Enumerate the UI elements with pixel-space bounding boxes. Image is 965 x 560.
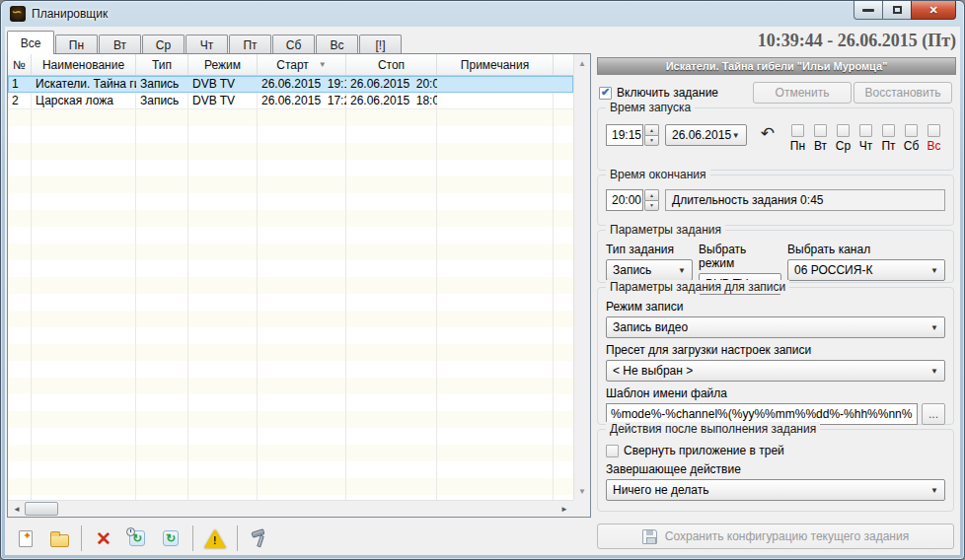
column-grid — [8, 76, 573, 500]
column-header-mode[interactable]: Режим — [188, 54, 258, 75]
delete-task-button[interactable]: ✕ — [89, 525, 118, 551]
chevron-down-icon: ▼ — [930, 266, 938, 275]
tab-fri[interactable]: Пт — [229, 35, 271, 54]
chevron-down-icon: ▼ — [930, 486, 938, 495]
table-row[interactable]: 2 Царская ложа Запись DVB TV 26.06.2015 … — [8, 93, 573, 109]
scroll-up-icon[interactable]: ▲ — [574, 55, 590, 71]
toolbar-separator — [237, 525, 238, 551]
browse-button[interactable]: ... — [922, 403, 945, 425]
column-header-type[interactable]: Тип — [136, 54, 188, 75]
cancel-button[interactable]: Отменить — [753, 82, 852, 104]
tab-all[interactable]: Все — [7, 31, 54, 54]
delete-by-schedule-button[interactable]: ↻ — [122, 525, 152, 551]
tab-thu[interactable]: Чт — [186, 35, 228, 54]
refresh-icon: ↻ — [163, 530, 179, 546]
column-header-name[interactable]: Наименование — [32, 54, 136, 75]
day-thu-checkbox[interactable] — [859, 124, 872, 137]
start-time-spinner[interactable]: 19:15 ▲▼ — [606, 124, 659, 146]
day-mon: Пн — [786, 124, 809, 153]
channel-label: Выбрать канал — [787, 243, 945, 256]
table-body: 1 Искатели. Тайна ги... Запись DVB TV 26… — [8, 76, 573, 500]
tab-mon[interactable]: Пн — [55, 35, 98, 54]
tab-sat[interactable]: Сб — [272, 35, 315, 54]
spin-down-icon[interactable]: ▼ — [644, 200, 659, 212]
weekday-checkboxes: Пн Вт Ср Чт Пт Сб Вс — [786, 124, 945, 153]
final-action-label: Завершающее действие — [606, 462, 945, 476]
vertical-scrollbar[interactable]: ▲ ▼ — [573, 54, 590, 500]
tab-alert[interactable]: [!] — [359, 35, 402, 54]
bottom-toolbar: ✦ ✕ ↻ ↻ ! — [11, 524, 278, 553]
new-task-icon: ✦ — [19, 530, 33, 547]
spin-up-icon[interactable]: ▲ — [644, 189, 659, 200]
minimize-to-tray-label: Свернуть приложение в трей — [624, 444, 784, 457]
spin-up-icon[interactable]: ▲ — [644, 124, 659, 135]
preset-label: Пресет для загрузки настроек записи — [606, 343, 945, 357]
save-config-button[interactable]: Сохранить конфигурацию текущего задания — [597, 524, 954, 549]
column-header-notes[interactable]: Примечания — [437, 54, 554, 75]
task-type-label: Тип задания — [606, 243, 693, 256]
task-details-panel: 10:39:44 - 26.06.2015 (Пт) Искатели. Тай… — [597, 27, 956, 557]
day-mon-checkbox[interactable] — [791, 124, 804, 137]
task-type-dropdown[interactable]: Запись▼ — [606, 259, 693, 281]
title-bar: Планировщик ✕ — [1, 1, 964, 27]
start-date-dropdown[interactable]: 26.06.2015▼ — [665, 124, 747, 146]
maximize-icon — [893, 6, 902, 14]
toolbar-separator — [192, 525, 193, 551]
save-icon — [642, 529, 657, 544]
toolbar-separator — [81, 525, 82, 551]
day-sat-checkbox[interactable] — [905, 124, 918, 137]
enable-task-checkbox[interactable]: ✔ — [599, 87, 612, 100]
close-icon: ✕ — [928, 4, 937, 17]
new-task-button[interactable]: ✦ — [11, 525, 40, 551]
scroll-left-icon[interactable]: ◄ — [9, 501, 25, 517]
minimize-button[interactable] — [854, 1, 883, 20]
close-button[interactable]: ✕ — [911, 1, 956, 20]
hammer-icon — [249, 527, 270, 549]
refresh-list-button[interactable]: ↻ — [156, 525, 186, 551]
scroll-down-icon[interactable]: ▼ — [574, 483, 590, 499]
tab-tue[interactable]: Вт — [99, 35, 141, 54]
day-fri: Пт — [877, 124, 900, 153]
day-tue: Вт — [809, 124, 832, 153]
tab-strip: Все Пн Вт Ср Чт Пт Сб Вс [!] — [7, 31, 403, 54]
day-sun-checkbox[interactable] — [928, 124, 940, 137]
final-action-dropdown[interactable]: Ничего не делать▼ — [606, 479, 945, 501]
minimize-to-tray-checkbox[interactable] — [606, 445, 619, 457]
preset-dropdown[interactable]: < Не выбран >▼ — [606, 360, 945, 382]
chevron-down-icon: ▼ — [732, 131, 740, 140]
tab-wed[interactable]: Ср — [142, 35, 185, 54]
table-header: № Наименование Тип Режим Старт▼ Стоп При… — [8, 54, 573, 76]
table-row-selected[interactable]: 1 Искатели. Тайна ги... Запись DVB TV 26… — [8, 76, 573, 93]
open-button[interactable] — [44, 525, 74, 551]
scroll-right-icon[interactable]: ► — [557, 501, 572, 517]
restore-button[interactable]: Восстановить — [854, 82, 952, 104]
open-folder-icon — [50, 534, 69, 547]
chevron-down-icon: ▼ — [678, 266, 686, 275]
column-header-stop[interactable]: Стоп — [346, 54, 437, 75]
horizontal-scroll-thumb[interactable] — [25, 502, 58, 516]
warnings-button[interactable]: ! — [200, 525, 230, 551]
maximize-button[interactable] — [883, 1, 911, 20]
day-fri-checkbox[interactable] — [882, 124, 895, 137]
undo-icon[interactable]: ↶ — [761, 124, 775, 144]
day-wed-checkbox[interactable] — [837, 124, 850, 137]
tools-button[interactable] — [245, 525, 274, 551]
record-mode-dropdown[interactable]: Запись видео▼ — [606, 316, 945, 338]
current-datetime: 10:39:44 - 26.06.2015 (Пт) — [597, 31, 956, 51]
tab-sun[interactable]: Вс — [316, 35, 358, 54]
clock-icon — [126, 527, 135, 536]
mode-label: Выбрать режим — [699, 243, 781, 270]
warning-icon: ! — [204, 529, 226, 548]
column-header-start[interactable]: Старт▼ — [258, 54, 346, 75]
spin-down-icon[interactable]: ▼ — [644, 135, 659, 147]
enable-task-label: Включить задание — [617, 86, 718, 100]
sort-descending-icon: ▼ — [319, 60, 327, 69]
horizontal-scrollbar[interactable]: ◄ ► — [8, 500, 590, 517]
end-time-spinner[interactable]: 20:00 ▲▼ — [606, 189, 659, 211]
day-tue-checkbox[interactable] — [814, 124, 827, 137]
end-time-group: Время окончания 20:00 ▲▼ Длительность за… — [597, 175, 954, 226]
column-header-num[interactable]: № — [8, 54, 32, 75]
client-area: Все Пн Вт Ср Чт Пт Сб Вс [!] № Наименова… — [5, 27, 960, 555]
day-wed: Ср — [832, 124, 854, 153]
channel-dropdown[interactable]: 06 РОССИЯ-К▼ — [787, 259, 945, 281]
